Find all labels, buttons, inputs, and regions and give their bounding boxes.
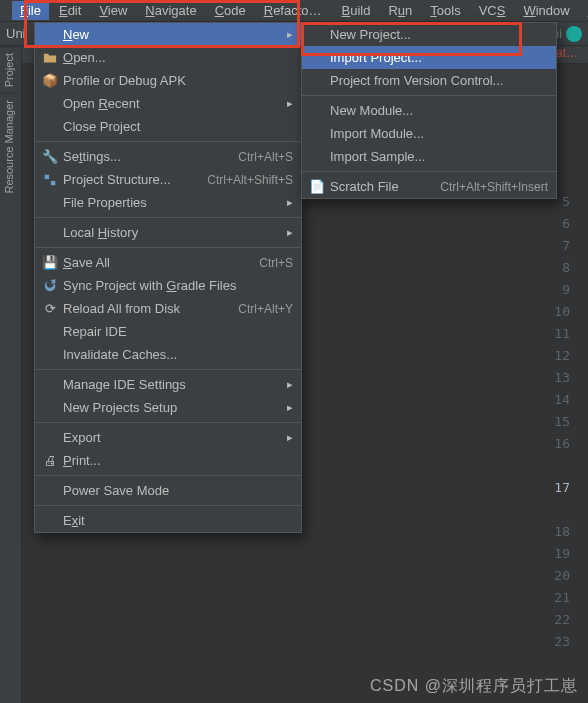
print-icon: 🖨 (41, 453, 59, 468)
menu-run[interactable]: Run (380, 1, 420, 20)
menu-open-recent[interactable]: Open Recent ▸ (35, 92, 301, 115)
chevron-right-icon: ▸ (287, 97, 293, 110)
sync-icon[interactable] (566, 26, 582, 42)
gradle-sync-icon (41, 279, 59, 293)
reload-icon: ⟳ (41, 301, 59, 316)
menu-profile-apk[interactable]: 📦 Profile or Debug APK (35, 69, 301, 92)
menu-tools[interactable]: Tools (422, 1, 468, 20)
tool-project[interactable]: Project (0, 46, 18, 93)
menu-build[interactable]: Build (334, 1, 379, 20)
scratch-file-icon: 📄 (308, 179, 326, 194)
menu-edit[interactable]: Edit (51, 1, 89, 20)
breadcrumb-project: Uni (6, 26, 26, 41)
menu-exit[interactable]: Exit (35, 509, 301, 532)
submenu-import-sample[interactable]: Import Sample... (302, 145, 556, 168)
menu-settings[interactable]: 🔧 Settings... Ctrl+Alt+S (35, 145, 301, 168)
menu-file[interactable]: FFileile (12, 1, 49, 20)
wrench-icon: 🔧 (41, 149, 59, 164)
menu-power-save[interactable]: Power Save Mode (35, 479, 301, 502)
chevron-right-icon: ▸ (287, 431, 293, 444)
chevron-right-icon: ▸ (287, 401, 293, 414)
menu-reload-disk[interactable]: ⟳ Reload All from Disk Ctrl+Alt+Y (35, 297, 301, 320)
menu-code[interactable]: Code (207, 1, 254, 20)
svg-rect-0 (45, 174, 49, 178)
menu-close-project[interactable]: Close Project (35, 115, 301, 138)
submenu-import-module[interactable]: Import Module... (302, 122, 556, 145)
chevron-right-icon: ▸ (287, 196, 293, 209)
menu-invalidate-caches[interactable]: Invalidate Caches... (35, 343, 301, 366)
save-icon: 💾 (41, 255, 59, 270)
menu-repair-ide[interactable]: Repair IDE (35, 320, 301, 343)
menu-navigate[interactable]: Navigate (137, 1, 204, 20)
menu-open[interactable]: Open... (35, 46, 301, 69)
project-structure-icon (41, 173, 59, 187)
menu-new[interactable]: New ▸ (35, 23, 301, 46)
menu-view[interactable]: View (91, 1, 135, 20)
menu-print[interactable]: 🖨 Print... (35, 449, 301, 472)
left-tool-stripe: Project Resource Manager (0, 46, 22, 703)
watermark: CSDN @深圳程序员打工崽 (370, 676, 578, 697)
menu-export[interactable]: Export ▸ (35, 426, 301, 449)
apk-icon: 📦 (41, 73, 59, 88)
submenu-new-project[interactable]: New Project... (302, 23, 556, 46)
file-menu-dropdown: New ▸ Open... 📦 Profile or Debug APK Ope… (34, 22, 302, 533)
submenu-project-from-vcs[interactable]: Project from Version Control... (302, 69, 556, 92)
chevron-right-icon: ▸ (287, 28, 293, 41)
current-line: 17 (538, 480, 588, 502)
svg-rect-1 (51, 180, 55, 184)
menu-refactor[interactable]: Refacto… (256, 1, 330, 20)
menu-help[interactable]: Help (580, 1, 588, 20)
submenu-new-module[interactable]: New Module... (302, 99, 556, 122)
submenu-import-project[interactable]: Import Project... (302, 46, 556, 69)
menu-sync-gradle[interactable]: Sync Project with Gradle Files (35, 274, 301, 297)
menu-local-history[interactable]: Local History ▸ (35, 221, 301, 244)
menu-window[interactable]: Window (515, 1, 577, 20)
menu-new-projects-setup[interactable]: New Projects Setup ▸ (35, 396, 301, 419)
chevron-right-icon: ▸ (287, 226, 293, 239)
menu-save-all[interactable]: 💾 Save All Ctrl+S (35, 251, 301, 274)
folder-open-icon (41, 51, 59, 65)
new-submenu: New Project... Import Project... Project… (301, 22, 557, 199)
menu-vcs[interactable]: VCS (471, 1, 514, 20)
menu-project-structure[interactable]: Project Structure... Ctrl+Alt+Shift+S (35, 168, 301, 191)
tool-resource-manager[interactable]: Resource Manager (0, 93, 18, 200)
menubar: FFileile Edit View Navigate Code Refacto… (0, 0, 588, 22)
submenu-scratch-file[interactable]: 📄 Scratch File Ctrl+Alt+Shift+Insert (302, 175, 556, 198)
chevron-right-icon: ▸ (287, 378, 293, 391)
menu-manage-ide-settings[interactable]: Manage IDE Settings ▸ (35, 373, 301, 396)
menu-file-properties[interactable]: File Properties ▸ (35, 191, 301, 214)
